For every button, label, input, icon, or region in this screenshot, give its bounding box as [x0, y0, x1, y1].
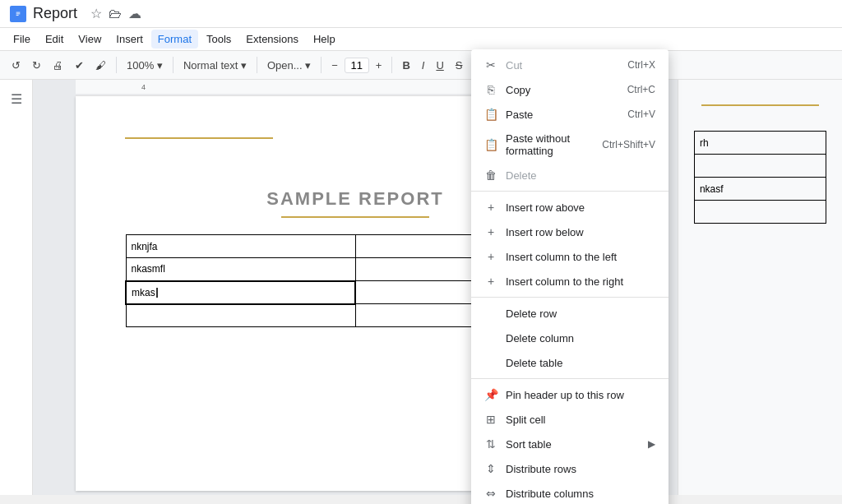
underline-button[interactable]: U [431, 56, 448, 75]
distribute-cols-icon: ⇔ [484, 487, 497, 500]
table-cell[interactable]: mkas [126, 281, 355, 304]
doc-title: Report [33, 5, 77, 22]
context-menu-insert-row-above[interactable]: + Insert row above [471, 195, 669, 220]
title-bar: Report ☆ 🗁 ☁ [0, 0, 842, 28]
delete-table-label: Delete table [506, 357, 562, 369]
context-menu-delete[interactable]: 🗑 Delete [471, 163, 669, 187]
undo-button[interactable]: ↺ [7, 56, 25, 75]
pin-header-label: Pin header up to this row [506, 389, 624, 401]
separator-1 [116, 57, 117, 73]
print-button[interactable]: 🖨 [48, 56, 68, 75]
cut-shortcut: Ctrl+X [627, 59, 655, 71]
table-cell[interactable]: nknjfa [126, 235, 355, 258]
table-row [694, 155, 826, 178]
insert-col-right-label: Insert column to the right [506, 275, 623, 288]
table-row: nkasf [694, 178, 826, 201]
sidebar-outline-icon[interactable]: ☰ [11, 91, 22, 107]
table-cell[interactable] [126, 304, 355, 327]
title-hr [281, 216, 429, 218]
table-cell[interactable]: nkasmfl [126, 258, 355, 281]
distribute-rows-label: Distribute rows [506, 463, 576, 475]
context-menu-paste[interactable]: 📋 Paste Ctrl+V [471, 102, 669, 127]
insert-row-below-label: Insert row below [506, 226, 584, 238]
context-menu-distribute-cols[interactable]: ⇔ Distribute columns [471, 481, 669, 504]
insert-row-below-icon: + [484, 225, 497, 238]
sort-table-label: Sort table [506, 438, 552, 451]
doc-area: ☰ 4 SAMPLE REPORT nkn [0, 80, 842, 495]
insert-col-left-label: Insert column to the left [506, 251, 617, 263]
menu-bar: File Edit View Insert Format Tools Exten… [0, 28, 842, 51]
context-menu-insert-col-left[interactable]: + Insert column to the left [471, 244, 669, 269]
sidebar: ☰ [0, 80, 33, 495]
font-size-increase[interactable]: + [371, 56, 387, 75]
split-cell-label: Split cell [506, 414, 545, 426]
context-menu-cut[interactable]: ✂ Cut Ctrl+X [471, 53, 669, 77]
paste-shortcut: Ctrl+V [627, 109, 655, 120]
menu-format[interactable]: Format [151, 30, 198, 49]
table-cell [694, 155, 826, 178]
menu-edit[interactable]: Edit [39, 30, 70, 49]
copy-label: Copy [506, 84, 530, 96]
context-menu-insert-col-right[interactable]: + Insert column to the right [471, 269, 669, 294]
copy-shortcut: Ctrl+C [627, 84, 655, 95]
divider-3 [471, 378, 669, 379]
context-menu-split-cell[interactable]: ⊞ Split cell [471, 407, 669, 432]
star-icon[interactable]: ☆ [90, 6, 102, 21]
context-menu-pin-header[interactable]: 📌 Pin header up to this row [471, 382, 669, 407]
context-menu-paste-unformatted[interactable]: 📋 Paste without formatting Ctrl+Shift+V [471, 127, 669, 163]
zoom-select[interactable]: 100% ▾ [122, 56, 168, 75]
menu-insert[interactable]: Insert [109, 30, 150, 49]
right-panel: rh nkasf [678, 80, 842, 495]
menu-view[interactable]: View [72, 30, 108, 49]
context-menu-delete-col[interactable]: Delete column [471, 326, 669, 350]
sort-arrow-icon: ▶ [648, 438, 655, 450]
distribute-rows-icon: ⇕ [484, 462, 497, 475]
redo-button[interactable]: ↻ [27, 56, 46, 75]
delete-col-icon [484, 331, 497, 344]
insert-row-above-icon: + [484, 201, 497, 214]
folder-icon[interactable]: 🗁 [109, 7, 122, 21]
spellcheck-button[interactable]: ✔ [70, 56, 89, 75]
svg-rect-1 [16, 12, 21, 12]
right-panel-hr [701, 104, 819, 106]
context-menu-distribute-rows[interactable]: ⇕ Distribute rows [471, 456, 669, 481]
font-size-input[interactable] [345, 58, 369, 73]
svg-rect-3 [16, 15, 19, 16]
context-menu-delete-row[interactable]: Delete row [471, 301, 669, 326]
table-cell: rh [694, 132, 826, 155]
bold-button[interactable]: B [397, 56, 414, 75]
menu-file[interactable]: File [7, 30, 37, 49]
menu-extensions[interactable]: Extensions [239, 30, 305, 49]
strikethrough-button[interactable]: S [451, 56, 468, 75]
separator-2 [173, 57, 173, 73]
insert-row-above-label: Insert row above [506, 201, 585, 214]
menu-help[interactable]: Help [307, 30, 342, 49]
paste-plain-shortcut: Ctrl+Shift+V [602, 139, 655, 150]
split-cell-icon: ⊞ [484, 413, 497, 426]
context-menu-insert-row-below[interactable]: + Insert row below [471, 220, 669, 244]
italic-button[interactable]: I [417, 56, 430, 75]
menu-tools[interactable]: Tools [200, 30, 238, 49]
font-size-decrease[interactable]: − [326, 56, 343, 75]
delete-icon: 🗑 [484, 169, 497, 182]
paste-plain-icon: 📋 [484, 138, 497, 151]
delete-table-icon [484, 356, 497, 369]
toolbar: ↺ ↻ 🖨 ✔ 🖌 100% ▾ Normal text ▾ Open... ▾… [0, 51, 842, 80]
context-menu-copy[interactable]: ⎘ Copy Ctrl+C [471, 77, 669, 102]
context-menu-delete-table[interactable]: Delete table [471, 350, 669, 375]
table-row: rh [694, 132, 826, 155]
right-panel-table: rh nkasf [694, 131, 826, 224]
sort-icon: ⇅ [484, 437, 497, 451]
cloud-icon[interactable]: ☁ [128, 6, 141, 21]
delete-row-icon [484, 307, 497, 320]
insert-col-left-icon: + [484, 250, 497, 263]
font-select[interactable]: Open... ▾ [262, 56, 316, 75]
context-menu-sort-table[interactable]: ⇅ Sort table ▶ [471, 432, 669, 456]
paste-plain-label: Paste without formatting [506, 132, 602, 157]
paint-button[interactable]: 🖌 [90, 56, 111, 75]
cut-icon: ✂ [484, 58, 497, 72]
delete-col-label: Delete column [506, 332, 574, 344]
insert-col-right-icon: + [484, 275, 497, 288]
style-select[interactable]: Normal text ▾ [178, 56, 252, 75]
separator-3 [257, 57, 257, 73]
